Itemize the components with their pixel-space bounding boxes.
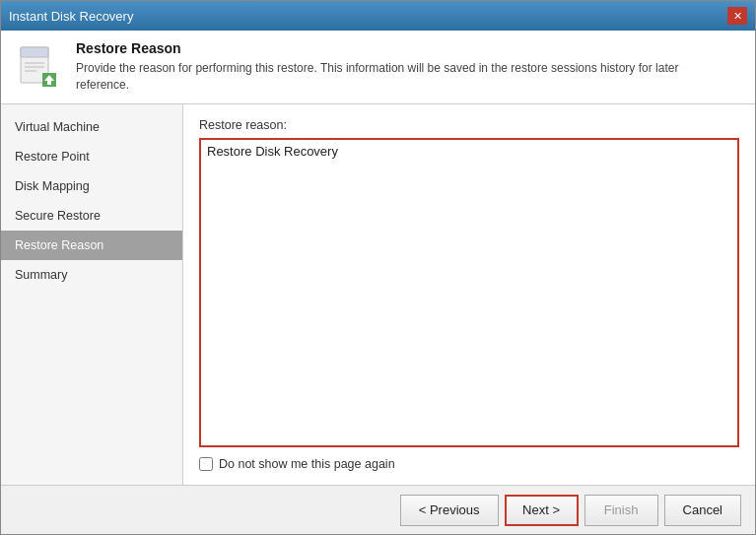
sidebar-item-secure-restore[interactable]: Secure Restore [1, 201, 182, 231]
do-not-show-checkbox[interactable] [199, 457, 213, 471]
next-button[interactable]: Next > [505, 495, 579, 526]
previous-button[interactable]: < Previous [400, 495, 499, 526]
window-title: Instant Disk Recovery [9, 9, 133, 24]
header-title: Restore Reason [76, 40, 687, 56]
restore-reason-label: Restore reason: [199, 118, 739, 132]
cancel-button[interactable]: Cancel [664, 495, 741, 526]
do-not-show-label[interactable]: Do not show me this page again [219, 457, 395, 471]
checkbox-area: Do not show me this page again [199, 457, 739, 471]
finish-button[interactable]: Finish [584, 495, 658, 526]
main-panel: Restore reason: Restore Disk Recovery Do… [183, 104, 755, 485]
sidebar-item-summary[interactable]: Summary [1, 260, 182, 290]
restore-reason-textarea[interactable]: Restore Disk Recovery [199, 138, 739, 447]
restore-icon [15, 43, 62, 91]
footer: < Previous Next > Finish Cancel [1, 485, 755, 534]
sidebar-item-restore-point[interactable]: Restore Point [1, 142, 182, 171]
svg-rect-1 [21, 47, 48, 57]
sidebar-item-disk-mapping[interactable]: Disk Mapping [1, 171, 182, 201]
main-window: Instant Disk Recovery ✕ Restore Reason [0, 0, 756, 535]
svg-rect-7 [47, 81, 51, 85]
header-area: Restore Reason Provide the reason for pe… [1, 31, 755, 104]
sidebar-item-restore-reason[interactable]: Restore Reason [1, 231, 182, 260]
header-text: Restore Reason Provide the reason for pe… [76, 40, 687, 94]
title-bar: Instant Disk Recovery ✕ [1, 1, 755, 31]
sidebar: Virtual Machine Restore Point Disk Mappi… [1, 104, 183, 485]
close-button[interactable]: ✕ [727, 7, 747, 25]
content-area: Virtual Machine Restore Point Disk Mappi… [1, 104, 755, 485]
header-subtitle: Provide the reason for performing this r… [76, 60, 687, 94]
sidebar-item-virtual-machine[interactable]: Virtual Machine [1, 112, 182, 142]
